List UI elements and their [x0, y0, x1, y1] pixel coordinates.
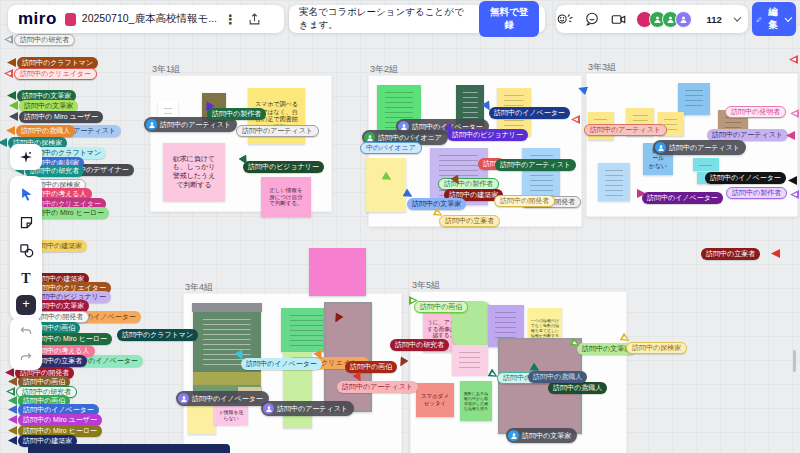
sticky-note[interactable]: [192, 303, 262, 312]
remote-cursor-fill: [574, 118, 579, 122]
frame-title[interactable]: 3年5組: [412, 279, 440, 292]
user-cursor-label: 訪問中のイノベーター: [176, 391, 269, 406]
plus-icon[interactable]: +: [16, 295, 36, 315]
sticky-note[interactable]: ト情報を送 らない: [214, 405, 248, 425]
signup-button[interactable]: 無料で登録: [479, 1, 539, 37]
sticky-note[interactable]: 正しい情報を 身につけ自分 で判断する。: [261, 177, 311, 217]
text-icon[interactable]: T: [13, 266, 39, 292]
sticky-note[interactable]: [452, 345, 488, 375]
cursor-label: 訪問中の立案者: [439, 215, 500, 227]
user-name: 訪問中のアーティスト: [669, 143, 740, 153]
cursor-label: 訪問中の画伯: [345, 361, 397, 373]
edit-mode-control: 編集: [752, 5, 796, 33]
user-name: 訪問中のアーティスト: [277, 404, 348, 414]
sticky-note[interactable]: [598, 163, 630, 201]
cursor-label: 訪問中のイノベーター: [489, 107, 570, 119]
select-cursor-icon[interactable]: [13, 181, 39, 207]
collab-message: 実名でコラボレーションすることができます。: [299, 6, 469, 32]
frame-title[interactable]: 3年1組: [152, 63, 180, 76]
cursor-label: 訪問中のアーティスト: [584, 124, 667, 136]
cursor-label: 訪問中のイノベーター: [705, 172, 786, 184]
sticky-note[interactable]: [309, 248, 366, 296]
board-title[interactable]: 20250710_鹿本高校情報モ...: [82, 12, 217, 26]
remote-cursor-fill: [622, 335, 628, 341]
remote-cursor: [6, 126, 15, 135]
sticky-scribble: [683, 88, 705, 110]
remote-cursor: [9, 112, 18, 121]
frame-title[interactable]: 3年3組: [588, 61, 616, 74]
sticky-note[interactable]: スマホダメ ゼッタイ: [416, 383, 454, 417]
sticky-note[interactable]: [678, 83, 710, 115]
frame-title[interactable]: 3年4組: [185, 281, 213, 294]
avatar-stack[interactable]: [640, 11, 692, 28]
user-name: 訪問中の文筆家: [522, 431, 571, 441]
miro-logo[interactable]: miro: [18, 9, 57, 29]
sticky-note[interactable]: [693, 158, 719, 171]
cursor-label: 訪問中のアーティスト: [236, 125, 319, 137]
sticky-note[interactable]: [193, 372, 261, 385]
remote-cursor: [7, 91, 16, 100]
shapes-icon[interactable]: [13, 238, 39, 264]
user-name: 訪問中のアーティスト: [160, 120, 231, 130]
sticky-note[interactable]: 欲求に負けて も、しっかり 警戒したうえ で判断する: [163, 143, 225, 201]
sticky-note-icon[interactable]: [13, 210, 39, 236]
user-name: 訪問中のパイオニア: [378, 133, 442, 143]
remote-cursor: [7, 58, 16, 67]
sticky-scribble: [163, 106, 173, 114]
remote-cursor-fill: [793, 193, 798, 197]
board-canvas[interactable]: 3年1組3年2組3年3組3年4組3年5組スマホで調べる のではなく、自 分の足で…: [0, 0, 800, 453]
redo-icon[interactable]: [13, 344, 39, 370]
remote-cursor: [8, 426, 17, 435]
kebab-menu-icon[interactable]: ⋮: [217, 12, 244, 27]
user-count[interactable]: 112: [706, 14, 721, 25]
sticky-text: ト情報を送 らない: [214, 405, 248, 425]
avatar: [655, 142, 666, 153]
avatar[interactable]: [675, 11, 692, 28]
bottom-cut-label-bar: [28, 444, 230, 453]
cursor-label: 訪問中の製作者: [207, 108, 266, 120]
cursor-label: 訪問中の探検家: [626, 342, 687, 354]
avatar: [263, 403, 274, 414]
user-name: 訪問中のイノベーター: [192, 394, 263, 404]
cursor-label: 訪問中のクラフトマン: [117, 329, 198, 341]
sticky-note[interactable]: 無数にある情 報の中から取 捨選択し正確 な情報を得る: [460, 381, 492, 421]
cursor-label: 訪問中のクリエイター: [14, 68, 97, 80]
remote-cursor: [5, 368, 14, 377]
sticky-note[interactable]: [366, 158, 406, 212]
edit-button[interactable]: 編集: [752, 2, 797, 36]
remote-cursor: [6, 387, 15, 396]
sticky-scribble: [603, 168, 625, 196]
sticky-scribble: [461, 90, 479, 122]
share-icon[interactable]: [244, 8, 266, 30]
cursor-label: 訪問中の Miro ユーザー: [19, 111, 103, 123]
tools-panel: T +: [10, 176, 42, 320]
sticky-text: 正しい情報を 身につけ自分 で判断する。: [261, 177, 311, 217]
chat-icon[interactable]: [583, 8, 602, 30]
remote-cursor: [8, 436, 17, 445]
sticky-note[interactable]: [522, 148, 560, 202]
reactions-icon[interactable]: [556, 8, 575, 30]
remote-cursor: [8, 415, 17, 424]
cursor-label: 訪問中の鳶職人: [16, 125, 75, 137]
remote-cursor-fill: [411, 299, 416, 303]
remote-cursor-fill: [7, 38, 12, 42]
video-icon[interactable]: [610, 8, 629, 30]
user-cursor-label: 訪問中の文筆家: [506, 428, 577, 443]
remote-cursor-fill: [792, 58, 797, 62]
avatar: [146, 119, 157, 130]
remote-cursor: [789, 55, 798, 64]
scrollbar-thumb[interactable]: [793, 350, 796, 372]
user-cursor-label: 訪問中のアーティスト: [653, 140, 746, 155]
edit-label: 編集: [766, 6, 780, 32]
undo-icon[interactable]: [13, 318, 39, 344]
ai-sparkle-icon[interactable]: [13, 144, 39, 170]
frame-title[interactable]: 3年2組: [370, 63, 398, 76]
remote-cursor: [0, 138, 7, 147]
chevron-down-icon[interactable]: [733, 14, 741, 22]
remote-cursor-fill: [793, 112, 798, 116]
cursor-label: 訪問中のビジョナリー: [447, 129, 528, 141]
remote-cursor-fill: [7, 72, 12, 76]
board-icon: [65, 13, 76, 26]
cursor-label: 訪問中のイノベーター: [642, 192, 723, 204]
miro-board-app: { "header": { "logo": "miro", "board_tit…: [0, 0, 800, 453]
